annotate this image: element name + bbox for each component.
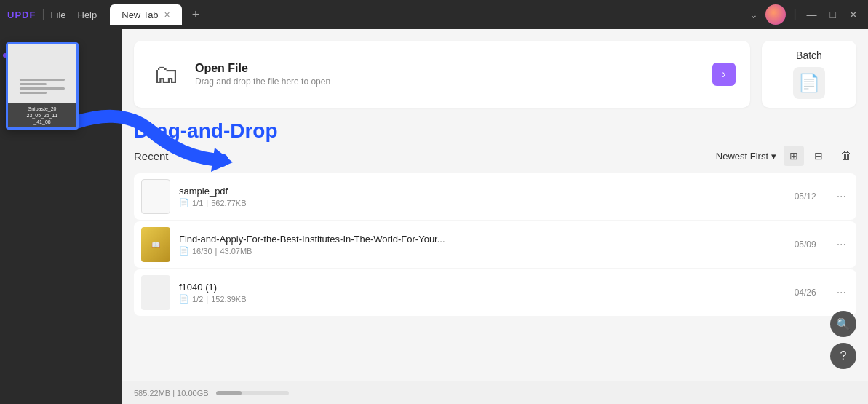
file-sep: |: [206, 199, 208, 207]
book-thumb: 📖: [141, 227, 170, 262]
batch-label: Batch: [796, 49, 822, 61]
open-file-text: Open File Drag and drop the file here to…: [195, 62, 330, 87]
tab-label: New Tab: [122, 9, 158, 20]
file-item[interactable]: f1040 (1) 📄 1/2 | 152.39KB 04/26 ···: [134, 269, 856, 316]
batch-card: Batch 📄: [762, 41, 856, 108]
drag-drop-label: Drag-and-Drop: [122, 114, 868, 146]
file-pages: 1/1: [192, 199, 203, 207]
file-item[interactable]: 📖 Find-and-Apply-For-the-Best-Institutes…: [134, 221, 856, 268]
tabs-overflow-icon[interactable]: ⌄: [749, 9, 758, 20]
pdf-thumb-lines: [153, 184, 159, 209]
maximize-button[interactable]: □: [827, 9, 839, 20]
titlebar: UPDF | File Help New Tab × + ⌄ | — □ ✕: [0, 0, 868, 29]
titlebar-sep2: |: [793, 8, 796, 21]
file-item[interactable]: sample_pdf 📄 1/1 | 562.77KB 05/12 ···: [134, 173, 856, 220]
file-meta: 📄 1/1 | 562.77KB: [179, 198, 786, 207]
menu-help[interactable]: Help: [78, 9, 97, 20]
file-info: f1040 (1) 📄 1/2 | 152.39KB: [179, 282, 786, 304]
titlebar-right: ⌄ | — □ ✕: [749, 4, 861, 25]
file-pages: 16/30: [192, 247, 212, 256]
file-icon: 📄: [179, 246, 189, 256]
file-size: 152.39KB: [211, 295, 246, 304]
avatar[interactable]: [765, 4, 786, 25]
delete-icon[interactable]: 🗑: [836, 146, 856, 166]
file-thumbnail: [141, 179, 170, 214]
titlebar-menu: File Help: [51, 9, 97, 20]
folder-icon-wrap: 🗂: [148, 57, 183, 92]
file-sep: |: [206, 295, 208, 304]
app-logo: UPDF: [7, 9, 36, 20]
current-tab[interactable]: New Tab ×: [110, 4, 182, 25]
file-icon: 📄: [179, 198, 189, 207]
sort-label: Newest First: [716, 151, 768, 162]
storage-progress-bar: [216, 391, 289, 395]
file-icon: 📄: [179, 294, 189, 304]
search-fab-button[interactable]: 🔍: [830, 311, 856, 337]
batch-document-icon: 📄: [798, 73, 820, 93]
recent-title: Recent: [134, 150, 169, 162]
file-date: 05/12: [795, 191, 816, 202]
open-file-arrow-button[interactable]: ›: [712, 63, 736, 86]
titlebar-divider: |: [41, 8, 44, 21]
recent-controls: Newest First ▾ ⊞ ⊟ 🗑: [716, 146, 856, 166]
tab-add-button[interactable]: +: [192, 7, 200, 23]
ft-line: [20, 83, 47, 85]
file-date: 04/26: [795, 288, 816, 298]
file-pages: 1/2: [192, 295, 203, 304]
open-file-subtitle: Drag and drop the file here to open: [195, 76, 330, 87]
content-area: 🗂 Open File Drag and drop the file here …: [122, 29, 868, 404]
file-list: sample_pdf 📄 1/1 | 562.77KB 05/12 ···: [134, 173, 856, 316]
view-grid-icon[interactable]: ⊞: [784, 146, 804, 166]
recent-section: Recent Newest First ▾ ⊞ ⊟ 🗑: [122, 146, 868, 381]
file-date: 05/09: [795, 239, 816, 250]
file-meta: 📄 1/2 | 152.39KB: [179, 294, 786, 304]
file-meta: 📄 16/30 | 43.07MB: [179, 246, 786, 256]
batch-icon-button[interactable]: 📄: [793, 67, 825, 99]
view-icons: ⊞ ⊟: [784, 146, 829, 166]
floating-thumb-label: Snipaste_2023_05_25_11_41_08: [8, 103, 76, 127]
sort-dropdown[interactable]: Newest First ▾: [716, 151, 776, 162]
open-file-card[interactable]: 🗂 Open File Drag and drop the file here …: [134, 41, 750, 108]
file-name: Find-and-Apply-For-the-Best-Institutes-I…: [179, 234, 557, 245]
bottom-bar: 585.22MB | 10.00GB: [122, 381, 868, 404]
storage-info: 585.22MB | 10.00GB: [134, 389, 209, 397]
menu-file[interactable]: File: [51, 9, 66, 20]
file-name: sample_pdf: [179, 186, 557, 197]
file-info: Find-and-Apply-For-the-Best-Institutes-I…: [179, 234, 786, 256]
ft-line: [20, 92, 47, 94]
fab-container: 🔍 ?: [830, 311, 856, 369]
file-more-button[interactable]: ···: [834, 190, 849, 203]
recent-header: Recent Newest First ▾ ⊞ ⊟ 🗑: [134, 146, 856, 166]
file-name: f1040 (1): [179, 282, 557, 293]
pdf-thumb-lines: [153, 283, 159, 302]
file-size: 43.07MB: [220, 247, 252, 256]
open-file-title: Open File: [195, 62, 330, 75]
help-fab-button[interactable]: ?: [830, 343, 856, 369]
main-layout: 🕐 Recent ☆ Starred ☁ UPDF Cloud 🗂 Open F…: [0, 29, 868, 404]
view-list-icon[interactable]: ⊟: [808, 146, 829, 166]
tab-close-button[interactable]: ×: [164, 9, 170, 20]
close-button[interactable]: ✕: [846, 9, 861, 20]
floating-thumbnail: Snipaste_2023_05_25_11_41_08: [6, 42, 79, 130]
minimize-button[interactable]: —: [804, 9, 820, 20]
file-info: sample_pdf 📄 1/1 | 562.77KB: [179, 186, 786, 207]
ft-line: [20, 79, 65, 81]
file-more-button[interactable]: ···: [834, 286, 849, 299]
file-size: 562.77KB: [211, 199, 246, 207]
sort-chevron-icon: ▾: [771, 151, 776, 162]
file-sep: |: [215, 247, 218, 256]
ft-line: [20, 87, 65, 90]
storage-progress-fill: [216, 391, 242, 395]
content-top: 🗂 Open File Drag and drop the file here …: [122, 29, 868, 114]
floating-thumb-lines: [20, 79, 65, 94]
file-more-button[interactable]: ···: [834, 238, 849, 251]
file-thumbnail: 📖: [141, 227, 170, 262]
file-thumbnail: [141, 275, 170, 310]
folder-icon: 🗂: [153, 59, 179, 90]
